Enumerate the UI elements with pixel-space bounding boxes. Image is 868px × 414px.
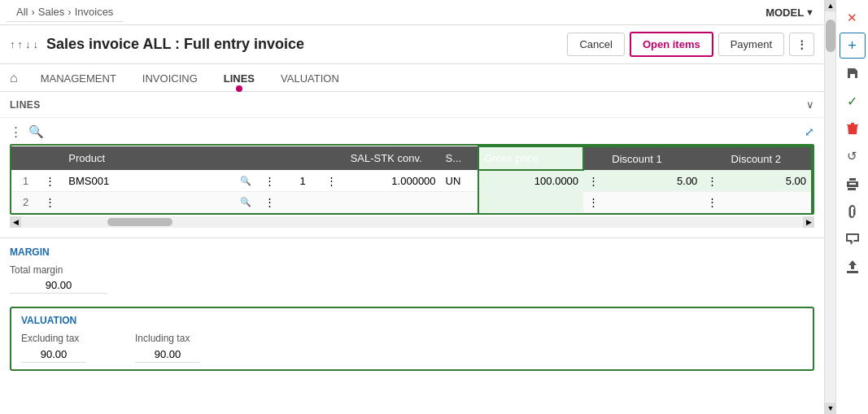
- h-scrollbar[interactable]: ◀ ▶: [10, 216, 814, 228]
- valuation-row: Excluding tax 90.00 Including tax 90.00: [21, 333, 803, 363]
- sidebar-add-button[interactable]: +: [840, 33, 866, 59]
- row1-dots2[interactable]: ⋮: [260, 170, 283, 192]
- toolbar-expand-icon[interactable]: ⤢: [805, 125, 814, 138]
- row1-num: 1: [11, 170, 40, 192]
- lines-collapse-icon[interactable]: ∨: [806, 98, 814, 111]
- valuation-title: VALUATION: [21, 315, 803, 326]
- header-row: ↑ ↑ ↓ ↓ Sales invoice ALL : Full entry i…: [0, 25, 824, 64]
- content-area: LINES ∨ ⋮ 🔍 ⤢ Product: [0, 92, 824, 414]
- more-button[interactable]: ⋮: [789, 33, 814, 56]
- row2-dots[interactable]: ⋮: [40, 192, 63, 213]
- tab-lines[interactable]: LINES: [220, 64, 258, 91]
- cancel-button[interactable]: Cancel: [567, 33, 624, 56]
- row2-sal-stk: [346, 192, 441, 213]
- th-sal-stk: SAL-STK conv.: [346, 146, 441, 170]
- breadcrumb-invoices[interactable]: Invoices: [75, 6, 114, 18]
- margin-row: Total margin 90.00: [10, 264, 814, 294]
- th-product: Product: [63, 146, 235, 170]
- valuation-incl-col: Including tax 90.00: [135, 333, 200, 363]
- th-num: [11, 146, 40, 170]
- v-scrollbar[interactable]: ▲ ▼: [824, 0, 835, 414]
- th-s: S...: [441, 146, 479, 170]
- row1-conv-dots[interactable]: ⋮: [321, 170, 345, 192]
- th-disc2: Discount 2: [726, 146, 812, 170]
- nav-down1[interactable]: ↓: [25, 38, 31, 50]
- excl-tax-value: 90.00: [21, 346, 86, 363]
- th-qty-dots: [260, 146, 283, 170]
- row2-s: [441, 192, 479, 213]
- sidebar-refresh-button[interactable]: ↺: [840, 143, 866, 169]
- toolbar-search-icon[interactable]: 🔍: [28, 124, 44, 139]
- row2-dots2[interactable]: ⋮: [260, 192, 283, 213]
- model-dropdown-icon[interactable]: ▼: [805, 7, 814, 17]
- open-items-button[interactable]: Open items: [630, 32, 713, 57]
- row1-disc2: 5.00: [726, 170, 812, 192]
- breadcrumb-sep2: ›: [68, 6, 71, 18]
- scroll-right[interactable]: ▶: [803, 216, 814, 228]
- scroll-down[interactable]: ▼: [825, 403, 836, 414]
- row1-search[interactable]: 🔍: [235, 170, 260, 192]
- toolbar-dots-icon[interactable]: ⋮: [10, 124, 22, 139]
- sidebar-save-button[interactable]: [840, 60, 866, 86]
- breadcrumb-sep1: ›: [31, 6, 34, 18]
- row2-num: 2: [11, 192, 40, 213]
- row1-qty: 1: [284, 170, 322, 192]
- nav-arrows: ↑ ↑ ↓ ↓: [10, 38, 38, 50]
- sidebar-upload-button[interactable]: [840, 254, 866, 280]
- row1-s: UN: [441, 170, 479, 192]
- row1-disc1-dots[interactable]: ⋮: [702, 170, 726, 192]
- nav-up1[interactable]: ↑: [10, 38, 15, 50]
- th-gross: Gross price: [478, 146, 583, 170]
- row1-dots[interactable]: ⋮: [40, 170, 63, 192]
- th-dots: [40, 146, 63, 170]
- margin-title: MARGIN: [10, 246, 814, 258]
- table-toolbar-left: ⋮ 🔍: [10, 124, 44, 139]
- tab-management[interactable]: MANAGEMENT: [37, 64, 120, 91]
- row2-gross: [478, 192, 583, 213]
- tab-invoicing[interactable]: INVOICING: [139, 64, 201, 91]
- th-disc1: Discount 1: [607, 146, 702, 170]
- scroll-thumb-v[interactable]: [826, 20, 835, 52]
- incl-tax-label: Including tax: [135, 333, 200, 344]
- table-toolbar: ⋮ 🔍 ⤢: [10, 124, 814, 139]
- sidebar-attach-button[interactable]: [840, 198, 866, 224]
- lines-table-wrapper: Product SAL-STK conv. S... Gross price D…: [10, 144, 814, 215]
- tab-valuation[interactable]: VALUATION: [277, 64, 342, 91]
- row2-conv-dots[interactable]: [321, 192, 345, 213]
- nav-down2[interactable]: ↓: [33, 38, 39, 50]
- breadcrumb: All › Sales › Invoices: [7, 2, 123, 22]
- th-gross-dots: [583, 146, 607, 170]
- sidebar-comment-button[interactable]: [840, 226, 866, 252]
- row1-sal-stk: 1.000000: [346, 170, 441, 192]
- row1-disc1: 5.00: [607, 170, 702, 192]
- scroll-thumb[interactable]: [107, 218, 172, 226]
- th-disc1-dots: [702, 146, 726, 170]
- scroll-up[interactable]: ▲: [825, 0, 836, 11]
- sidebar-close-button[interactable]: ✕: [840, 5, 866, 31]
- nav-tabs: ⌂ MANAGEMENT INVOICING LINES VALUATION: [0, 64, 824, 92]
- valuation-excl-col: Excluding tax 90.00: [21, 333, 86, 363]
- scroll-track: [825, 11, 835, 403]
- top-bar: All › Sales › Invoices MODEL ▼: [0, 0, 824, 25]
- row2-qty: [284, 192, 322, 213]
- lines-table: Product SAL-STK conv. S... Gross price D…: [11, 146, 813, 213]
- lines-area: ⋮ 🔍 ⤢ Product: [0, 118, 824, 234]
- breadcrumb-all[interactable]: All: [16, 6, 28, 18]
- row2-gross-dots[interactable]: ⋮: [583, 192, 607, 213]
- th-conv-dots: [321, 146, 345, 170]
- row2-disc1-dots[interactable]: ⋮: [702, 192, 726, 213]
- right-sidebar: ✕ + ✓ ↺: [835, 0, 868, 414]
- row2-disc2: [726, 192, 812, 213]
- model-badge: MODEL ▼: [765, 7, 814, 19]
- scroll-left[interactable]: ◀: [10, 216, 21, 228]
- incl-tax-value: 90.00: [135, 346, 200, 363]
- payment-button[interactable]: Payment: [718, 33, 784, 56]
- row2-search[interactable]: 🔍: [235, 192, 260, 213]
- breadcrumb-sales[interactable]: Sales: [38, 6, 65, 18]
- tab-home[interactable]: ⌂: [10, 71, 18, 85]
- sidebar-check-button[interactable]: ✓: [840, 88, 866, 114]
- row1-gross-dots[interactable]: ⋮: [583, 170, 607, 192]
- nav-up2[interactable]: ↑: [18, 38, 24, 50]
- sidebar-delete-button[interactable]: [840, 115, 866, 142]
- sidebar-print-button[interactable]: [840, 171, 866, 197]
